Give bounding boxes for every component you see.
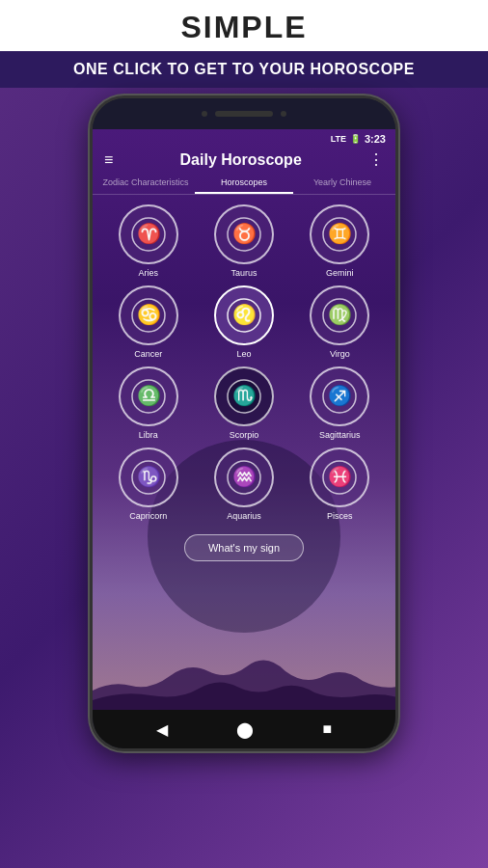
svg-text:♊: ♊	[328, 222, 352, 245]
svg-text:♍: ♍	[328, 303, 352, 326]
taurus-circle: ♉	[214, 204, 274, 264]
back-button[interactable]: ◀	[156, 720, 168, 739]
scorpio-label: Scorpio	[230, 430, 259, 440]
camera	[202, 111, 207, 117]
aquarius-label: Aquarius	[227, 511, 261, 521]
tab-yearly-chinese[interactable]: Yearly Chinese	[293, 173, 392, 194]
subtitle-banner: ONE CLICK TO GET TO YOUR HOROSCOPE	[0, 51, 488, 88]
zodiac-scorpio[interactable]: ♏ Scorpio	[200, 366, 287, 440]
phone-top-bar	[93, 98, 395, 129]
zodiac-aquarius[interactable]: ♒ Aquarius	[200, 448, 287, 521]
libra-circle: ♎	[119, 366, 178, 426]
home-button[interactable]: ⬤	[236, 720, 254, 739]
tab-horoscopes[interactable]: Horoscopes	[195, 173, 293, 194]
zodiac-capricorn[interactable]: ♑ Capricorn	[104, 448, 192, 521]
subtitle-label: ONE CLICK TO GET TO YOUR HOROSCOPE	[0, 61, 488, 78]
gemini-label: Gemini	[326, 268, 354, 278]
leo-label: Leo	[236, 349, 251, 359]
recent-apps-button[interactable]: ■	[323, 720, 333, 738]
virgo-label: Virgo	[330, 349, 350, 359]
libra-label: Libra	[139, 430, 158, 440]
zodiac-cancer[interactable]: ♋ Cancer	[104, 285, 192, 359]
simple-label: SIMPLE	[0, 10, 488, 45]
zodiac-taurus[interactable]: ♉ Taurus	[200, 204, 287, 278]
aries-circle: ♈	[119, 204, 178, 264]
app-header: ≡ Daily Horoscope ⋮	[93, 149, 395, 173]
zodiac-aries[interactable]: ♈ Aries	[104, 204, 192, 278]
pisces-circle: ♓	[310, 448, 369, 507]
svg-text:♉: ♉	[231, 222, 256, 245]
cancer-circle: ♋	[119, 285, 178, 345]
zodiac-pisces[interactable]: ♓ Pisces	[296, 448, 384, 521]
time-display: 3:23	[365, 133, 386, 145]
svg-text:♐: ♐	[328, 384, 352, 407]
zodiac-leo[interactable]: ♌ Leo	[200, 285, 287, 359]
sagittarius-label: Sagittarius	[319, 430, 361, 440]
capricorn-circle: ♑	[119, 448, 178, 507]
app-title: Daily Horoscope	[180, 151, 302, 169]
gemini-circle: ♊	[310, 204, 369, 264]
tab-zodiac-characteristics[interactable]: Zodiac Characteristics	[96, 173, 195, 194]
hamburger-menu-icon[interactable]: ≡	[104, 151, 113, 169]
speaker	[215, 111, 273, 117]
tab-navigation: Zodiac Characteristics Horoscopes Yearly…	[93, 173, 395, 195]
scorpio-circle: ♏	[214, 366, 274, 426]
phone-screen: LTE 🔋 3:23 ≡ Daily Horoscope ⋮ Zodiac Ch…	[93, 129, 395, 710]
phone-frame: LTE 🔋 3:23 ≡ Daily Horoscope ⋮ Zodiac Ch…	[90, 95, 398, 751]
phone-bottom-nav: ◀ ⬤ ■	[93, 710, 395, 748]
sagittarius-circle: ♐	[310, 366, 369, 426]
status-bar: LTE 🔋 3:23	[93, 129, 395, 149]
virgo-circle: ♍	[310, 285, 369, 345]
svg-text:♈: ♈	[136, 222, 160, 245]
zodiac-virgo[interactable]: ♍ Virgo	[296, 285, 384, 359]
lte-indicator: LTE	[331, 134, 346, 144]
svg-text:♋: ♋	[136, 303, 160, 326]
svg-text:♓: ♓	[328, 465, 352, 488]
svg-text:♑: ♑	[136, 465, 160, 488]
cancer-label: Cancer	[134, 349, 162, 359]
capricorn-label: Capricorn	[129, 511, 167, 521]
taurus-label: Taurus	[230, 268, 257, 278]
mountain-silhouette	[93, 652, 395, 710]
svg-text:♏: ♏	[231, 384, 256, 407]
top-banner: SIMPLE	[0, 0, 488, 51]
svg-text:♎: ♎	[136, 384, 160, 407]
zodiac-libra[interactable]: ♎ Libra	[104, 366, 192, 440]
aries-label: Aries	[138, 268, 158, 278]
battery-icon: 🔋	[350, 134, 361, 144]
svg-text:♌: ♌	[231, 303, 256, 326]
sensor	[281, 111, 286, 117]
whats-my-sign-button[interactable]: What's my sign	[184, 534, 304, 561]
zodiac-gemini[interactable]: ♊ Gemini	[296, 204, 384, 278]
more-options-icon[interactable]: ⋮	[368, 150, 384, 169]
svg-text:♒: ♒	[231, 465, 256, 488]
zodiac-sagittarius[interactable]: ♐ Sagittarius	[296, 366, 384, 440]
zodiac-grid: ♈ Aries ♉ Taurus ♊ Gemini ♋ Ca	[93, 195, 395, 530]
aquarius-circle: ♒	[214, 448, 274, 507]
pisces-label: Pisces	[327, 511, 353, 521]
leo-circle: ♌	[214, 285, 274, 345]
